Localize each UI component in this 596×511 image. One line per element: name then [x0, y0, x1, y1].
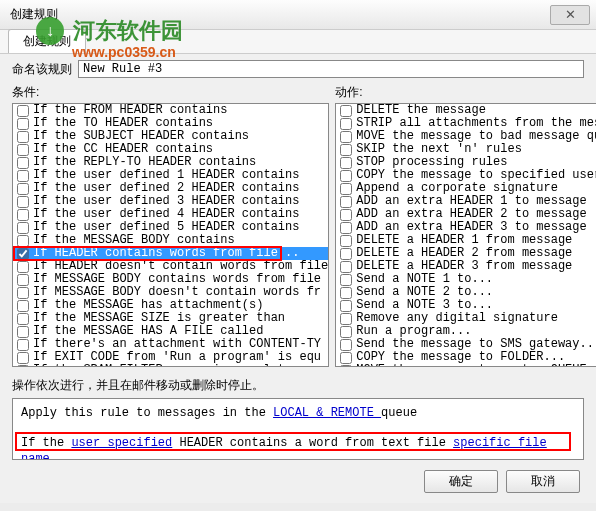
condition-checkbox[interactable] [17, 183, 29, 195]
action-checkbox[interactable] [340, 300, 352, 312]
summary-line-2: If the user specified HEADER contains a … [21, 435, 575, 460]
action-text: MOVE the message to custom QUEUE... [356, 364, 596, 367]
condition-checkbox[interactable] [17, 209, 29, 221]
action-checkbox[interactable] [340, 339, 352, 351]
condition-text: If the SPAM FILTER score is equal to [33, 364, 292, 367]
condition-checkbox[interactable] [17, 157, 29, 169]
ok-button[interactable]: 确定 [424, 470, 498, 493]
content-area: 命名该规则 条件: If the FROM HEADER containsIf … [0, 54, 596, 503]
action-checkbox[interactable] [340, 352, 352, 364]
summary-text: Apply this rule to messages in the [21, 406, 273, 420]
condition-checkbox[interactable] [17, 313, 29, 325]
condition-checkbox[interactable] [17, 144, 29, 156]
condition-checkbox[interactable] [17, 196, 29, 208]
action-checkbox[interactable] [340, 261, 352, 273]
condition-item[interactable]: If the SPAM FILTER score is equal to [13, 364, 328, 367]
actions-label: 动作: [335, 84, 596, 101]
tab-strip: 创建规则 [0, 30, 596, 54]
close-button[interactable]: ✕ [550, 5, 590, 25]
action-checkbox[interactable] [340, 131, 352, 143]
summary-text: queue [381, 406, 417, 420]
instruction-text: 操作依次进行，并且在邮件移动或删除时停止。 [12, 377, 584, 394]
condition-checkbox[interactable] [17, 131, 29, 143]
rule-summary-box: Apply this rule to messages in the LOCAL… [12, 398, 584, 460]
window-titlebar: 创建规则 ✕ [0, 0, 596, 30]
tab-label: 创建规则 [23, 34, 71, 48]
close-icon: ✕ [565, 7, 576, 22]
summary-text: HEADER contains a word from text file [172, 436, 453, 450]
action-checkbox[interactable] [340, 196, 352, 208]
condition-checkbox[interactable] [17, 326, 29, 338]
tab-create-rule[interactable]: 创建规则 [8, 29, 86, 53]
condition-checkbox[interactable] [17, 261, 29, 273]
conditions-label: 条件: [12, 84, 329, 101]
action-checkbox[interactable] [340, 183, 352, 195]
condition-checkbox[interactable] [17, 365, 29, 368]
rule-name-row: 命名该规则 [12, 60, 584, 78]
condition-checkbox[interactable] [17, 235, 29, 247]
summary-header-link[interactable]: user specified [71, 436, 172, 450]
condition-checkbox[interactable] [17, 222, 29, 234]
action-checkbox[interactable] [340, 209, 352, 221]
condition-checkbox[interactable] [17, 170, 29, 182]
condition-checkbox[interactable] [17, 248, 29, 260]
condition-checkbox[interactable] [17, 300, 29, 312]
action-checkbox[interactable] [340, 313, 352, 325]
rule-name-label: 命名该规则 [12, 61, 72, 78]
conditions-listbox[interactable]: If the FROM HEADER containsIf the TO HEA… [12, 103, 329, 367]
action-checkbox[interactable] [340, 105, 352, 117]
condition-checkbox[interactable] [17, 339, 29, 351]
action-checkbox[interactable] [340, 157, 352, 169]
summary-text: If the [21, 436, 71, 450]
condition-checkbox[interactable] [17, 118, 29, 130]
action-checkbox[interactable] [340, 144, 352, 156]
action-checkbox[interactable] [340, 287, 352, 299]
summary-line-1: Apply this rule to messages in the LOCAL… [21, 405, 575, 421]
action-checkbox[interactable] [340, 248, 352, 260]
condition-checkbox[interactable] [17, 287, 29, 299]
action-checkbox[interactable] [340, 326, 352, 338]
condition-checkbox[interactable] [17, 274, 29, 286]
window-title: 创建规则 [10, 6, 58, 23]
condition-checkbox[interactable] [17, 105, 29, 117]
action-checkbox[interactable] [340, 235, 352, 247]
action-checkbox[interactable] [340, 274, 352, 286]
action-checkbox[interactable] [340, 170, 352, 182]
condition-checkbox[interactable] [17, 352, 29, 364]
action-checkbox[interactable] [340, 118, 352, 130]
actions-listbox[interactable]: DELETE the messageSTRIP all attachments … [335, 103, 596, 367]
summary-queue-link[interactable]: LOCAL & REMOTE [273, 406, 381, 420]
rule-name-input[interactable] [78, 60, 584, 78]
dialog-button-row: 确定 取消 [12, 470, 584, 493]
action-checkbox[interactable] [340, 222, 352, 234]
cancel-button[interactable]: 取消 [506, 470, 580, 493]
action-item[interactable]: MOVE the message to custom QUEUE... [336, 364, 596, 367]
action-checkbox[interactable] [340, 365, 352, 368]
